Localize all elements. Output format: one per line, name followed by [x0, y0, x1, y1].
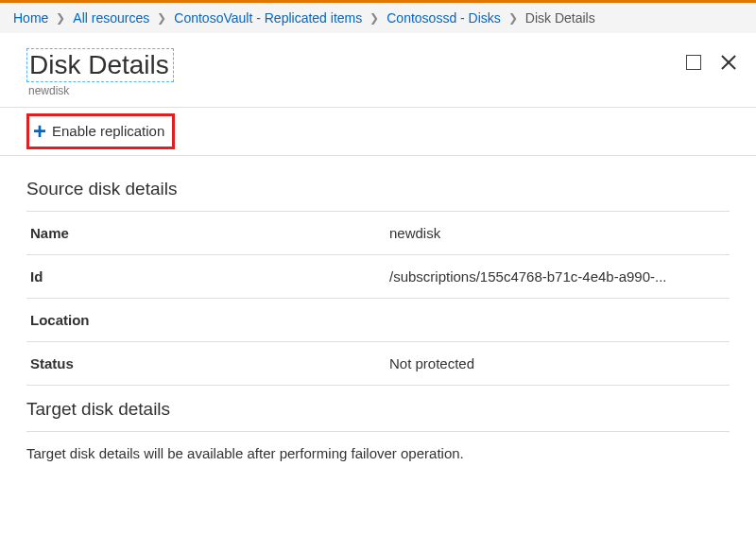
breadcrumb-current: Disk Details [524, 10, 597, 26]
chevron-right-icon: ❯ [508, 11, 518, 25]
chevron-right-icon: ❯ [369, 11, 379, 25]
row-label-status: Status [30, 355, 389, 371]
row-label-id: Id [30, 268, 389, 285]
row-label-location: Location [30, 312, 389, 328]
pin-icon[interactable] [686, 55, 701, 70]
content: Source disk details Name newdisk Id /sub… [0, 156, 756, 471]
chevron-right-icon: ❯ [56, 11, 65, 25]
chevron-right-icon: ❯ [157, 11, 166, 25]
row-value-name: newdisk [389, 225, 726, 241]
plus-icon: + [33, 120, 46, 143]
target-note: Target disk details will be available af… [26, 431, 730, 461]
source-table: Name newdisk Id /subscriptions/155c4768-… [26, 211, 730, 386]
row-value-status: Not protected [389, 355, 726, 371]
breadcrumb: Home ❯ All resources ❯ ContosoVault - Re… [0, 3, 756, 33]
table-row: Name newdisk [26, 212, 730, 255]
source-section-title: Source disk details [26, 179, 730, 199]
row-value-id: /subscriptions/155c4768-b71c-4e4b-a990-.… [389, 268, 726, 285]
breadcrumb-home[interactable]: Home [11, 10, 50, 26]
page-title: Disk Details [26, 48, 174, 82]
target-section-title: Target disk details [26, 399, 730, 420]
close-icon[interactable] [720, 54, 737, 71]
table-row: Id /subscriptions/155c4768-b71c-4e4b-a99… [26, 255, 730, 299]
row-label-name: Name [30, 225, 389, 241]
breadcrumb-all-resources[interactable]: All resources [71, 10, 151, 26]
breadcrumb-vault[interactable]: ContosoVault - Replicated items [172, 10, 364, 26]
enable-replication-button[interactable]: + Enable replication [26, 113, 175, 149]
table-row: Location [26, 299, 730, 342]
toolbar: + Enable replication [0, 108, 756, 156]
page-subtitle: newdisk [28, 84, 174, 97]
enable-replication-label: Enable replication [52, 123, 164, 139]
header: Disk Details newdisk [0, 33, 756, 108]
breadcrumb-disks[interactable]: Contosossd - Disks [385, 10, 503, 26]
table-row: Status Not protected [26, 342, 730, 386]
